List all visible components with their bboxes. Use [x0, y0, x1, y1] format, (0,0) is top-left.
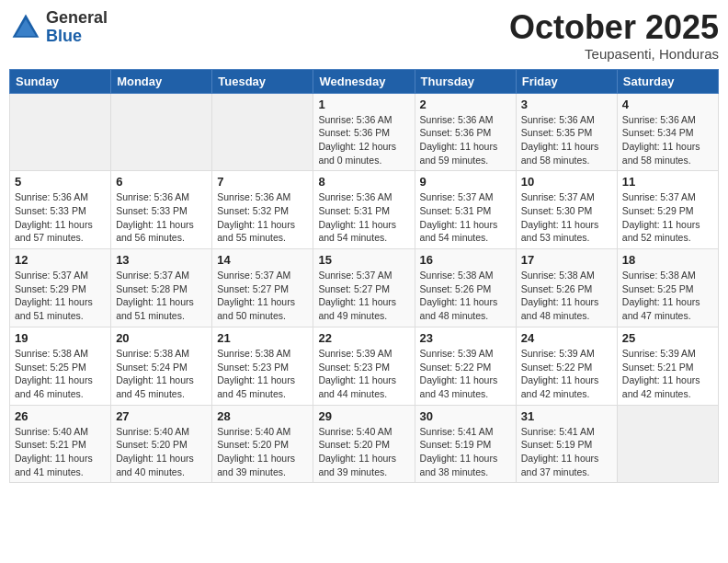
day-info: Sunrise: 5:39 AM Sunset: 5:21 PM Dayligh… [622, 347, 713, 401]
calendar-cell: 6Sunrise: 5:36 AM Sunset: 5:33 PM Daylig… [111, 171, 212, 249]
page-header: General Blue October 2025 Teupasenti, Ho… [9, 9, 719, 62]
day-number: 16 [420, 253, 511, 267]
weekday-header-row: SundayMondayTuesdayWednesdayThursdayFrid… [10, 69, 719, 93]
calendar-week-row: 19Sunrise: 5:38 AM Sunset: 5:25 PM Dayli… [10, 327, 719, 405]
day-info: Sunrise: 5:36 AM Sunset: 5:33 PM Dayligh… [15, 190, 106, 245]
day-number: 24 [521, 331, 612, 345]
calendar-cell: 11Sunrise: 5:37 AM Sunset: 5:29 PM Dayli… [617, 171, 718, 249]
day-info: Sunrise: 5:40 AM Sunset: 5:20 PM Dayligh… [116, 425, 207, 479]
calendar-cell: 30Sunrise: 5:41 AM Sunset: 5:19 PM Dayli… [415, 405, 516, 483]
weekday-header: Friday [516, 69, 617, 93]
day-info: Sunrise: 5:39 AM Sunset: 5:23 PM Dayligh… [318, 347, 409, 401]
calendar-cell: 16Sunrise: 5:38 AM Sunset: 5:26 PM Dayli… [415, 249, 516, 327]
day-info: Sunrise: 5:38 AM Sunset: 5:23 PM Dayligh… [217, 347, 308, 401]
calendar-cell: 22Sunrise: 5:39 AM Sunset: 5:23 PM Dayli… [313, 327, 415, 405]
day-number: 14 [217, 253, 308, 267]
calendar-table: SundayMondayTuesdayWednesdayThursdayFrid… [9, 69, 719, 484]
day-info: Sunrise: 5:37 AM Sunset: 5:30 PM Dayligh… [521, 190, 612, 245]
calendar-cell: 7Sunrise: 5:36 AM Sunset: 5:32 PM Daylig… [212, 171, 313, 249]
day-number: 15 [318, 253, 409, 267]
calendar-cell: 2Sunrise: 5:36 AM Sunset: 5:36 PM Daylig… [415, 93, 516, 171]
day-info: Sunrise: 5:36 AM Sunset: 5:32 PM Dayligh… [217, 190, 308, 245]
day-info: Sunrise: 5:37 AM Sunset: 5:27 PM Dayligh… [217, 269, 308, 323]
day-info: Sunrise: 5:37 AM Sunset: 5:28 PM Dayligh… [116, 269, 207, 323]
weekday-header: Wednesday [313, 69, 415, 93]
day-number: 21 [217, 331, 308, 345]
calendar-cell [617, 405, 718, 483]
weekday-header: Tuesday [212, 69, 313, 93]
day-number: 6 [116, 175, 207, 189]
calendar-week-row: 26Sunrise: 5:40 AM Sunset: 5:21 PM Dayli… [10, 405, 719, 483]
day-number: 20 [116, 331, 207, 345]
location: Teupasenti, Honduras [509, 46, 719, 62]
day-number: 2 [420, 98, 511, 111]
calendar-cell: 3Sunrise: 5:36 AM Sunset: 5:35 PM Daylig… [516, 93, 617, 171]
day-number: 4 [622, 98, 713, 111]
day-number: 1 [318, 98, 409, 111]
weekday-header: Thursday [415, 69, 516, 93]
day-number: 25 [622, 331, 713, 345]
calendar-week-row: 12Sunrise: 5:37 AM Sunset: 5:29 PM Dayli… [10, 249, 719, 327]
calendar-cell: 10Sunrise: 5:37 AM Sunset: 5:30 PM Dayli… [516, 171, 617, 249]
title-block: October 2025 Teupasenti, Honduras [509, 9, 719, 62]
day-number: 12 [15, 253, 106, 267]
calendar-cell: 12Sunrise: 5:37 AM Sunset: 5:29 PM Dayli… [10, 249, 111, 327]
calendar-cell: 18Sunrise: 5:38 AM Sunset: 5:25 PM Dayli… [617, 249, 718, 327]
day-info: Sunrise: 5:37 AM Sunset: 5:31 PM Dayligh… [420, 190, 511, 245]
calendar-cell: 4Sunrise: 5:36 AM Sunset: 5:34 PM Daylig… [617, 93, 718, 171]
day-number: 7 [217, 175, 308, 189]
day-number: 23 [420, 331, 511, 345]
day-number: 9 [420, 175, 511, 189]
day-number: 19 [15, 331, 106, 345]
day-info: Sunrise: 5:38 AM Sunset: 5:25 PM Dayligh… [622, 269, 713, 323]
calendar-cell: 13Sunrise: 5:37 AM Sunset: 5:28 PM Dayli… [111, 249, 212, 327]
calendar-cell: 26Sunrise: 5:40 AM Sunset: 5:21 PM Dayli… [10, 405, 111, 483]
day-number: 17 [521, 253, 612, 267]
day-info: Sunrise: 5:36 AM Sunset: 5:35 PM Dayligh… [521, 113, 612, 167]
calendar-cell: 15Sunrise: 5:37 AM Sunset: 5:27 PM Dayli… [313, 249, 415, 327]
logo-text: General Blue [46, 9, 108, 46]
calendar-cell: 25Sunrise: 5:39 AM Sunset: 5:21 PM Dayli… [617, 327, 718, 405]
calendar-cell: 19Sunrise: 5:38 AM Sunset: 5:25 PM Dayli… [10, 327, 111, 405]
day-number: 27 [116, 409, 207, 423]
day-number: 28 [217, 409, 308, 423]
calendar-cell: 17Sunrise: 5:38 AM Sunset: 5:26 PM Dayli… [516, 249, 617, 327]
calendar-cell: 27Sunrise: 5:40 AM Sunset: 5:20 PM Dayli… [111, 405, 212, 483]
calendar-week-row: 5Sunrise: 5:36 AM Sunset: 5:33 PM Daylig… [10, 171, 719, 249]
month-title: October 2025 [509, 9, 719, 46]
calendar-week-row: 1Sunrise: 5:36 AM Sunset: 5:36 PM Daylig… [10, 93, 719, 171]
day-info: Sunrise: 5:40 AM Sunset: 5:20 PM Dayligh… [318, 425, 409, 479]
day-info: Sunrise: 5:38 AM Sunset: 5:24 PM Dayligh… [116, 347, 207, 401]
calendar-cell: 21Sunrise: 5:38 AM Sunset: 5:23 PM Dayli… [212, 327, 313, 405]
calendar-cell [111, 93, 212, 171]
weekday-header: Monday [111, 69, 212, 93]
day-info: Sunrise: 5:40 AM Sunset: 5:21 PM Dayligh… [15, 425, 106, 479]
day-number: 3 [521, 98, 612, 111]
day-info: Sunrise: 5:41 AM Sunset: 5:19 PM Dayligh… [521, 425, 612, 479]
day-info: Sunrise: 5:36 AM Sunset: 5:36 PM Dayligh… [318, 113, 409, 167]
day-info: Sunrise: 5:39 AM Sunset: 5:22 PM Dayligh… [420, 347, 511, 401]
day-number: 8 [318, 175, 409, 189]
day-info: Sunrise: 5:38 AM Sunset: 5:25 PM Dayligh… [15, 347, 106, 401]
day-number: 5 [15, 175, 106, 189]
day-info: Sunrise: 5:37 AM Sunset: 5:27 PM Dayligh… [318, 269, 409, 323]
calendar-cell: 9Sunrise: 5:37 AM Sunset: 5:31 PM Daylig… [415, 171, 516, 249]
logo-icon [9, 11, 42, 44]
weekday-header: Sunday [10, 69, 111, 93]
calendar-cell [10, 93, 111, 171]
day-number: 18 [622, 253, 713, 267]
calendar-cell: 24Sunrise: 5:39 AM Sunset: 5:22 PM Dayli… [516, 327, 617, 405]
day-number: 26 [15, 409, 106, 423]
calendar-cell: 14Sunrise: 5:37 AM Sunset: 5:27 PM Dayli… [212, 249, 313, 327]
day-info: Sunrise: 5:36 AM Sunset: 5:36 PM Dayligh… [420, 113, 511, 167]
logo: General Blue [9, 9, 108, 46]
day-info: Sunrise: 5:37 AM Sunset: 5:29 PM Dayligh… [15, 269, 106, 323]
day-info: Sunrise: 5:38 AM Sunset: 5:26 PM Dayligh… [521, 269, 612, 323]
calendar-cell: 5Sunrise: 5:36 AM Sunset: 5:33 PM Daylig… [10, 171, 111, 249]
calendar-cell: 29Sunrise: 5:40 AM Sunset: 5:20 PM Dayli… [313, 405, 415, 483]
calendar-cell: 1Sunrise: 5:36 AM Sunset: 5:36 PM Daylig… [313, 93, 415, 171]
calendar-cell: 20Sunrise: 5:38 AM Sunset: 5:24 PM Dayli… [111, 327, 212, 405]
day-info: Sunrise: 5:39 AM Sunset: 5:22 PM Dayligh… [521, 347, 612, 401]
day-number: 22 [318, 331, 409, 345]
day-info: Sunrise: 5:41 AM Sunset: 5:19 PM Dayligh… [420, 425, 511, 479]
